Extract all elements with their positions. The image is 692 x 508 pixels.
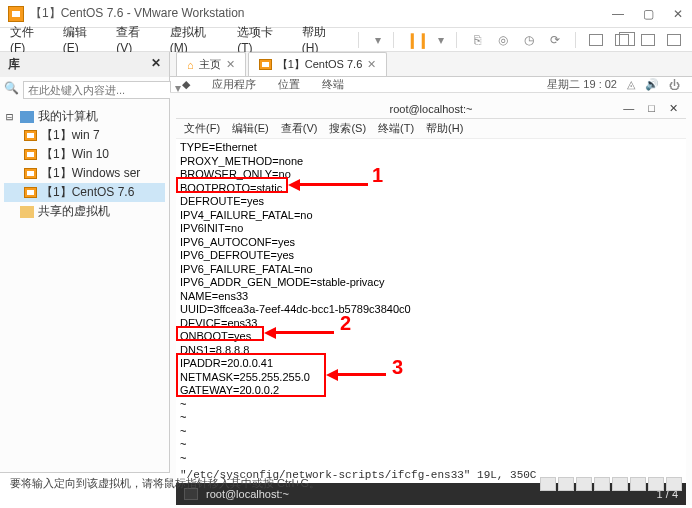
- activities-icon[interactable]: ◆: [182, 78, 190, 91]
- menu-file[interactable]: 文件(F): [10, 24, 49, 55]
- panel-applications[interactable]: 应用程序: [212, 77, 256, 92]
- terminal-line: IPV4_FAILURE_FATAL=no: [180, 209, 682, 223]
- terminal-line: ~: [180, 411, 682, 425]
- terminal-line: DEFROUTE=yes: [180, 195, 682, 209]
- library-search-input[interactable]: [23, 81, 171, 99]
- menu-edit[interactable]: 编辑(E): [63, 24, 103, 55]
- device-icon[interactable]: [612, 477, 628, 491]
- tree-label: 我的计算机: [38, 108, 98, 125]
- main-menubar: 文件(F) 编辑(E) 查看(V) 虚拟机(M) 选项卡(T) 帮助(H) ▾ …: [0, 28, 692, 52]
- term-menu-help[interactable]: 帮助(H): [426, 121, 463, 136]
- library-sidebar: 库 ✕ 🔍 ▾ ⊟ 我的计算机 【1】win 7 【1】Win 10 【1】Wi…: [0, 52, 170, 472]
- console-icon[interactable]: [640, 32, 656, 48]
- term-menu-terminal[interactable]: 终端(T): [378, 121, 414, 136]
- tab-vm-active[interactable]: 【1】CentOS 7.6 ✕: [248, 52, 388, 76]
- status-text: 要将输入定向到该虚拟机，请将鼠标指针移入其中或按 Ctrl+G。: [10, 476, 320, 491]
- terminal-title: root@localhost:~: [389, 103, 472, 115]
- snapshot-icon[interactable]: ◎: [495, 32, 511, 48]
- device-icon[interactable]: [576, 477, 592, 491]
- menu-help[interactable]: 帮助(H): [302, 24, 342, 55]
- terminal-line: PROXY_METHOD=none: [180, 155, 682, 169]
- snapshot-manager-icon[interactable]: ◷: [521, 32, 537, 48]
- term-minimize-button[interactable]: —: [623, 102, 634, 115]
- revert-icon[interactable]: ⟳: [547, 32, 563, 48]
- window-titlebar: 【1】CentOS 7.6 - VMware Workstation — ▢ ✕: [0, 0, 692, 28]
- terminal-line: UUID=3ffcea3a-7eef-44dc-bcc1-b5789c3840c…: [180, 303, 682, 317]
- minimize-button[interactable]: —: [612, 7, 624, 21]
- dropdown-icon[interactable]: ▾: [438, 33, 444, 47]
- terminal-line: GATEWAY=20.0.0.2: [180, 384, 682, 398]
- terminal-line: ONBOOT=yes: [180, 330, 682, 344]
- panel-clock[interactable]: 星期二 19 : 02: [547, 77, 617, 92]
- close-button[interactable]: ✕: [672, 7, 684, 21]
- panel-places[interactable]: 位置: [278, 77, 300, 92]
- volume-icon[interactable]: 🔊: [645, 78, 659, 91]
- unity-icon[interactable]: [614, 32, 630, 48]
- device-icon[interactable]: [594, 477, 610, 491]
- tree-shared-vms[interactable]: 共享的虚拟机: [4, 202, 165, 221]
- terminal-line: ~: [180, 398, 682, 412]
- term-menu-search[interactable]: 搜索(S): [329, 121, 366, 136]
- terminal-line: IPV6_ADDR_GEN_MODE=stable-privacy: [180, 276, 682, 290]
- terminal-line: IPV6_DEFROUTE=yes: [180, 249, 682, 263]
- device-tray: [540, 477, 682, 491]
- tree-root-my-computer[interactable]: ⊟ 我的计算机: [4, 107, 165, 126]
- toolbar: ▾ ❙❙ ▾ ⎘ ◎ ◷ ⟳: [375, 31, 682, 49]
- tree-label: 【1】Win 10: [41, 146, 109, 163]
- tree-vm-item[interactable]: 【1】Win 10: [4, 145, 165, 164]
- fullscreen-icon[interactable]: [588, 32, 604, 48]
- tab-home[interactable]: ⌂ 主页 ✕: [176, 52, 246, 76]
- terminal-line: ~: [180, 452, 682, 466]
- term-close-button[interactable]: ✕: [669, 102, 678, 115]
- terminal-line: IPV6_AUTOCONF=yes: [180, 236, 682, 250]
- menu-tabs[interactable]: 选项卡(T): [237, 24, 288, 55]
- terminal-content[interactable]: TYPE=EthernetPROXY_METHOD=noneBROWSER_ON…: [176, 139, 686, 467]
- home-icon: ⌂: [187, 59, 194, 71]
- terminal-menubar: 文件(F) 编辑(E) 查看(V) 搜索(S) 终端(T) 帮助(H): [176, 119, 686, 139]
- device-icon[interactable]: [540, 477, 556, 491]
- tree-label: 共享的虚拟机: [38, 203, 110, 220]
- maximize-button[interactable]: ▢: [642, 7, 654, 21]
- term-menu-file[interactable]: 文件(F): [184, 121, 220, 136]
- tab-bar: ⌂ 主页 ✕ 【1】CentOS 7.6 ✕: [170, 52, 692, 77]
- term-menu-view[interactable]: 查看(V): [281, 121, 318, 136]
- terminal-line: IPV6INIT=no: [180, 222, 682, 236]
- terminal-window: root@localhost:~ — □ ✕ 文件(F) 编辑(E) 查看(V)…: [170, 93, 692, 505]
- tree-label: 【1】Windows ser: [41, 165, 140, 182]
- device-icon[interactable]: [648, 477, 664, 491]
- tab-label: 主页: [199, 57, 221, 72]
- sidebar-close-icon[interactable]: ✕: [151, 56, 161, 73]
- device-icon[interactable]: [666, 477, 682, 491]
- tree-label: 【1】CentOS 7.6: [41, 184, 134, 201]
- terminal-line: IPV6_FAILURE_FATAL=no: [180, 263, 682, 277]
- stretch-icon[interactable]: [666, 32, 682, 48]
- tree-vm-item-selected[interactable]: 【1】CentOS 7.6: [4, 183, 165, 202]
- power-icon[interactable]: ⏻: [669, 79, 680, 91]
- annotation-number-3: 3: [392, 361, 403, 375]
- terminal-titlebar: root@localhost:~ — □ ✕: [176, 99, 686, 119]
- sidebar-header: 库 ✕: [0, 52, 169, 77]
- tree-vm-item[interactable]: 【1】win 7: [4, 126, 165, 145]
- pause-icon[interactable]: ❙❙: [406, 31, 428, 49]
- device-icon[interactable]: [630, 477, 646, 491]
- tab-close-icon[interactable]: ✕: [226, 58, 235, 71]
- network-icon[interactable]: ◬: [627, 78, 635, 91]
- tree-vm-item[interactable]: 【1】Windows ser: [4, 164, 165, 183]
- term-menu-edit[interactable]: 编辑(E): [232, 121, 269, 136]
- terminal-line: DNS1=8.8.8.8: [180, 344, 682, 358]
- vm-icon: [259, 59, 272, 70]
- annotation-number-1: 1: [372, 169, 383, 183]
- term-maximize-button[interactable]: □: [648, 102, 655, 115]
- annotation-number-2: 2: [340, 317, 351, 331]
- menu-view[interactable]: 查看(V): [116, 24, 156, 55]
- device-icon[interactable]: [558, 477, 574, 491]
- menu-vm[interactable]: 虚拟机(M): [170, 24, 223, 55]
- guest-top-panel: ◆ 应用程序 位置 终端 星期二 19 : 02 ◬ 🔊 ⏻: [170, 77, 692, 93]
- tree-label: 【1】win 7: [41, 127, 100, 144]
- tab-close-icon[interactable]: ✕: [367, 58, 376, 71]
- send-keys-icon[interactable]: ⎘: [469, 32, 485, 48]
- sidebar-title: 库: [8, 56, 20, 73]
- vmware-icon: [8, 6, 24, 22]
- dropdown-icon[interactable]: ▾: [375, 33, 381, 47]
- panel-terminal[interactable]: 终端: [322, 77, 344, 92]
